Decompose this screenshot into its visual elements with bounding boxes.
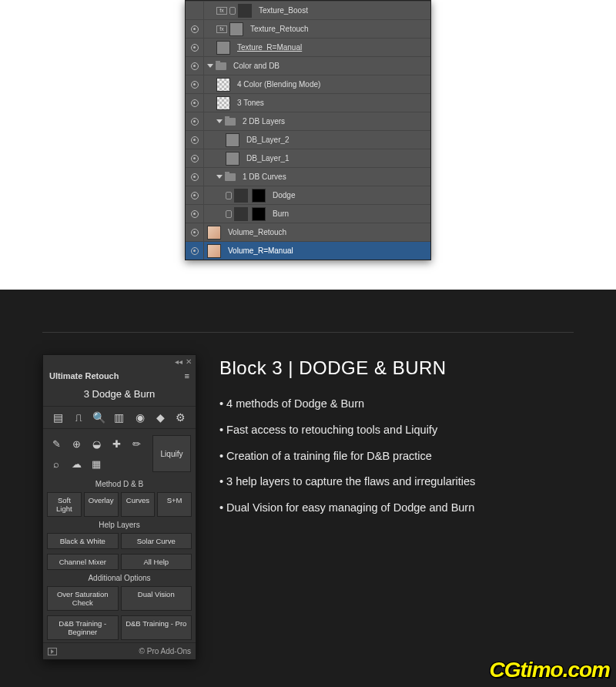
layer-row[interactable]: Color and DB	[186, 56, 430, 75]
layer-row[interactable]: Texture_R=Manual	[186, 38, 430, 56]
layer-row[interactable]: 2 DB Layers	[186, 112, 430, 130]
patch-tool-icon[interactable]: ◒	[88, 435, 105, 452]
layer-thumb[interactable]	[229, 22, 243, 36]
layer-name[interactable]: Volume_Retouch	[228, 228, 286, 236]
visibility-toggle[interactable]	[186, 205, 204, 223]
close-icon[interactable]: ✕	[186, 357, 192, 366]
layer-name[interactable]: Volume_R=Manual	[228, 246, 293, 255]
layer-name[interactable]: Texture_Boost	[259, 6, 308, 15]
panel-footer: © Pro Add-Ons	[43, 642, 196, 659]
layer-name[interactable]: Burn	[273, 209, 289, 218]
link-icon	[226, 210, 232, 218]
layer-thumb[interactable]	[226, 133, 239, 147]
visibility-toggle[interactable]	[186, 94, 204, 112]
layer-row[interactable]: Burn	[186, 204, 430, 223]
disclosure-icon[interactable]	[207, 64, 213, 68]
venn-icon[interactable]: ◉	[132, 410, 148, 425]
button-s-m[interactable]: S+M	[157, 492, 192, 517]
layer-thumb[interactable]	[207, 226, 221, 240]
visibility-toggle[interactable]	[186, 39, 204, 56]
layer-row[interactable]: fxTexture_Retouch	[186, 19, 430, 38]
layer-row[interactable]: Dodge	[186, 186, 430, 204]
zoom-tool-icon[interactable]: ⌕	[48, 455, 65, 472]
visibility-toggle[interactable]	[186, 57, 204, 75]
button-d-b-training-beginner[interactable]: D&B Training - Beginner	[47, 615, 119, 640]
button-d-b-training-pro[interactable]: D&B Training - Pro	[121, 615, 192, 640]
button-over-saturation-check[interactable]: Over Saturation Check	[47, 586, 119, 611]
chip-tool-icon[interactable]: ▦	[88, 455, 105, 472]
watermark: CGtimo.com	[490, 658, 610, 682]
pulse-icon[interactable]: ⎍	[71, 410, 86, 425]
visibility-toggle[interactable]	[186, 186, 204, 204]
layer-thumb[interactable]	[226, 152, 239, 166]
disclosure-icon[interactable]	[216, 175, 223, 179]
layer-thumb[interactable]	[207, 244, 221, 258]
doc-icon[interactable]: ▤	[50, 410, 65, 425]
button-channel-mixer[interactable]: Channel Mixer	[47, 554, 119, 570]
brush-tool-icon[interactable]: ✎	[48, 435, 65, 452]
layer-mask[interactable]	[252, 207, 266, 221]
layer-name[interactable]: 4 Color (Blending Mode)	[237, 80, 320, 89]
collapse-icon[interactable]: ◂◂	[175, 357, 182, 366]
layer-name[interactable]: Color and DB	[233, 62, 280, 70]
layer-name[interactable]: 3 Tones	[237, 99, 264, 107]
button-soft-light[interactable]: Soft Light	[47, 492, 82, 517]
folder-icon	[225, 118, 236, 126]
button-all-help[interactable]: All Help	[121, 554, 192, 570]
layer-name[interactable]: Texture_R=Manual	[237, 43, 302, 52]
smudge-tool-icon[interactable]: ☁	[68, 455, 85, 472]
fx-icon: fx	[216, 7, 227, 15]
stamp-tool-icon[interactable]: ⊕	[68, 435, 85, 452]
visibility-toggle[interactable]	[186, 131, 204, 149]
gem-icon[interactable]: ◆	[152, 410, 168, 425]
layer-thumb[interactable]	[234, 207, 248, 221]
layer-row[interactable]: Volume_R=Manual	[186, 241, 430, 260]
visibility-toggle[interactable]	[186, 149, 204, 167]
layers-icon[interactable]: ▥	[112, 410, 127, 425]
visibility-toggle[interactable]	[186, 168, 204, 186]
layer-thumb[interactable]	[216, 78, 230, 92]
feature-item: Creation of a training file for D&B prac…	[219, 448, 574, 465]
search-icon[interactable]: 🔍	[91, 410, 106, 425]
addl-row-1: Over Saturation CheckDual Vision	[43, 584, 196, 613]
help-row-2: Channel MixerAll Help	[43, 551, 196, 572]
button-dual-vision[interactable]: Dual Vision	[121, 586, 192, 611]
layer-name[interactable]: DB_Layer_2	[246, 136, 290, 144]
gear-icon[interactable]: ⚙	[173, 410, 189, 425]
layer-row[interactable]: 4 Color (Blending Mode)	[186, 75, 430, 93]
layer-name[interactable]: DB_Layer_1	[246, 154, 290, 163]
menu-icon[interactable]: ≡	[185, 371, 189, 380]
button-solar-curve[interactable]: Solar Curve	[121, 533, 192, 549]
layer-row[interactable]: 1 DB Curves	[186, 167, 430, 186]
pencil-tool-icon[interactable]: ✏	[128, 435, 145, 452]
button-black-white[interactable]: Black & White	[47, 533, 119, 549]
visibility-toggle[interactable]	[186, 75, 204, 93]
layer-name[interactable]: Dodge	[273, 191, 295, 199]
layer-name[interactable]: Texture_Retouch	[250, 25, 309, 33]
layer-thumb[interactable]	[216, 41, 230, 55]
visibility-toggle[interactable]	[186, 242, 204, 260]
layer-name[interactable]: 1 DB Curves	[243, 173, 286, 181]
heal-tool-icon[interactable]: ✚	[108, 435, 125, 452]
layer-thumb[interactable]	[238, 4, 252, 18]
visibility-toggle[interactable]	[186, 223, 204, 241]
layer-mask[interactable]	[252, 189, 266, 203]
layer-row[interactable]: Volume_Retouch	[186, 223, 430, 241]
visibility-toggle[interactable]	[186, 2, 204, 19]
disclosure-icon[interactable]	[216, 119, 223, 123]
footer-text: © Pro Add-Ons	[139, 647, 191, 655]
play-icon[interactable]	[48, 648, 57, 655]
button-curves[interactable]: Curves	[121, 492, 156, 517]
layer-row[interactable]: fxTexture_Boost	[186, 1, 430, 19]
liquify-button[interactable]: Liquify	[152, 435, 191, 472]
visibility-toggle[interactable]	[186, 20, 204, 38]
layer-thumb[interactable]	[234, 189, 248, 203]
layer-row[interactable]: 3 Tones	[186, 93, 430, 112]
layer-content: fxTexture_Retouch	[204, 22, 309, 36]
layer-row[interactable]: DB_Layer_2	[186, 130, 430, 149]
layer-name[interactable]: 2 DB Layers	[243, 117, 285, 126]
button-overlay[interactable]: Overlay	[84, 492, 119, 517]
layer-row[interactable]: DB_Layer_1	[186, 149, 430, 167]
visibility-toggle[interactable]	[186, 112, 204, 130]
layer-thumb[interactable]	[216, 96, 230, 110]
